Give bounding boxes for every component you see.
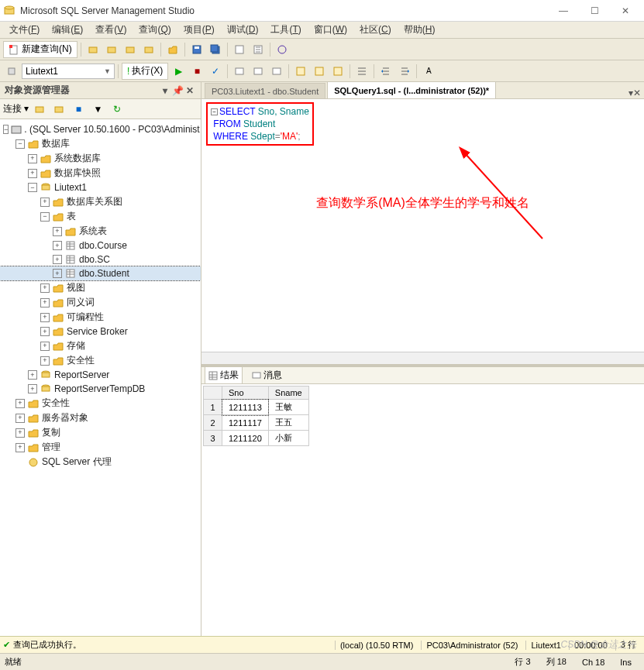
menu-window[interactable]: 窗口(W) <box>308 22 353 38</box>
tree-sys-tables[interactable]: +系统表 <box>0 224 201 239</box>
tree-tables[interactable]: −表 <box>0 209 201 224</box>
tab-close-icon[interactable]: ✕ <box>633 88 641 98</box>
toolbar2-btn-b[interactable] <box>250 63 267 80</box>
toolbar-btn-x1[interactable] <box>231 41 248 58</box>
col-header-sname[interactable]: Sname <box>268 387 308 400</box>
database-combo[interactable]: Liutext1 ▼ <box>22 64 115 79</box>
tree-management[interactable]: +管理 <box>0 440 201 455</box>
editor-whitespace[interactable] <box>201 211 644 365</box>
status-ch: Ch 18 <box>574 658 612 667</box>
toolbar-btn-x2[interactable] <box>250 41 267 58</box>
panel-dropdown-icon[interactable]: ▾ <box>159 84 171 97</box>
grid-row[interactable]: 1 1211113 王敏 <box>204 400 309 415</box>
toolbar2-btn-f[interactable] <box>329 63 346 80</box>
toolbar2-btn-1[interactable] <box>3 63 20 80</box>
status-db: Liutext1 <box>525 641 566 650</box>
activity-button[interactable] <box>274 41 291 58</box>
oe-btn-3[interactable]: ■ <box>70 101 87 118</box>
execute-button[interactable]: ! 执行(X) <box>122 63 168 80</box>
fold-icon[interactable]: − <box>211 108 218 115</box>
close-button[interactable]: ✕ <box>610 2 641 20</box>
svg-rect-26 <box>42 185 50 190</box>
grid-row[interactable]: 2 1211117 王五 <box>204 415 309 431</box>
menu-tools[interactable]: 工具(T) <box>264 22 307 38</box>
svg-rect-20 <box>315 67 323 75</box>
tree-dbo-course[interactable]: +dbo.Course <box>0 239 201 253</box>
save-button[interactable] <box>188 41 205 58</box>
svg-rect-29 <box>67 270 74 277</box>
save-all-button[interactable] <box>207 41 224 58</box>
new-query-button[interactable]: 新建查询(N) <box>3 41 77 58</box>
outdent-button[interactable] <box>377 63 394 80</box>
tree-dbo-student[interactable]: +dbo.Student <box>0 266 201 280</box>
tree-synonyms[interactable]: +同义词 <box>0 295 201 310</box>
menu-view[interactable]: 查看(V) <box>89 22 133 38</box>
minimize-button[interactable]: — <box>548 2 579 20</box>
connect-button[interactable]: 连接 ▾ <box>3 102 29 115</box>
tree-server-root[interactable]: −. (SQL Server 10.50.1600 - PC03\Adminis… <box>0 122 201 136</box>
tree-views[interactable]: +视图 <box>0 280 201 295</box>
sql-editor[interactable]: −SELECT Sno, Sname FROM Student WHERE Sd… <box>201 99 644 149</box>
tree-liutext1[interactable]: −Liutext1 <box>0 180 201 194</box>
oe-btn-1[interactable] <box>31 101 48 118</box>
maximize-button[interactable]: ☐ <box>579 2 610 20</box>
tree-security[interactable]: +安全性 <box>0 396 201 411</box>
indent-button[interactable] <box>396 63 413 80</box>
pin-icon[interactable]: 📌 <box>171 84 184 97</box>
toolbar2-btn-h[interactable]: A <box>420 63 437 80</box>
tree-server-objects[interactable]: +服务器对象 <box>0 411 201 425</box>
grid-row[interactable]: 3 1211120 小新 <box>204 431 309 446</box>
toolbar2-btn-g[interactable] <box>353 63 370 80</box>
object-tree[interactable]: −. (SQL Server 10.50.1600 - PC03\Adminis… <box>0 119 201 636</box>
horizontal-scrollbar[interactable] <box>201 352 644 364</box>
tree-databases[interactable]: −数据库 <box>0 136 201 151</box>
menu-bar: 文件(F) 编辑(E) 查看(V) 查询(Q) 项目(P) 调试(D) 工具(T… <box>0 22 644 39</box>
tree-db-diagrams[interactable]: +数据库关系图 <box>0 194 201 209</box>
menu-community[interactable]: 社区(C) <box>353 22 398 38</box>
open-button[interactable] <box>164 41 181 58</box>
oe-refresh-icon[interactable]: ↻ <box>108 101 126 118</box>
tree-programmability[interactable]: +可编程性 <box>0 310 201 325</box>
toolbar-btn-1[interactable] <box>84 41 102 58</box>
toolbar-btn-4[interactable] <box>140 41 157 58</box>
window-title: Microsoft SQL Server Management Studio <box>20 5 548 16</box>
tree-replication[interactable]: +复制 <box>0 425 201 440</box>
oe-btn-2[interactable] <box>50 101 67 118</box>
stop-button[interactable]: ■ <box>188 63 205 80</box>
toolbar2-btn-c[interactable] <box>268 63 285 80</box>
menu-query[interactable]: 查询(Q) <box>133 22 177 38</box>
oe-filter-icon[interactable]: ▼ <box>89 101 106 118</box>
panel-close-icon[interactable]: ✕ <box>184 84 196 97</box>
tree-sql-agent[interactable]: SQL Server 代理 <box>0 455 201 469</box>
tree-report-server-tmp[interactable]: +ReportServerTempDB <box>0 382 201 396</box>
debug-button[interactable]: ▶ <box>170 63 187 80</box>
tree-dbo-sc[interactable]: +dbo.SC <box>0 253 201 266</box>
toolbar-btn-3[interactable] <box>122 41 139 58</box>
tree-db-snapshots[interactable]: +数据库快照 <box>0 166 201 180</box>
tree-storage[interactable]: +存储 <box>0 338 201 353</box>
toolbar2-btn-e[interactable] <box>311 63 328 80</box>
parse-button[interactable]: ✓ <box>207 63 224 80</box>
object-explorer-title: 对象资源管理器 ▾ 📌 ✕ <box>0 82 201 99</box>
svg-rect-24 <box>12 126 21 133</box>
toolbar-btn-2[interactable] <box>103 41 120 58</box>
results-grid[interactable]: Sno Sname 1 1211113 王敏 2 1211117 王五 <box>201 384 644 636</box>
menu-project[interactable]: 项目(P) <box>177 22 221 38</box>
menu-edit[interactable]: 编辑(E) <box>46 22 89 38</box>
menu-file[interactable]: 文件(F) <box>3 22 46 38</box>
results-tab[interactable]: 结果 <box>205 366 243 384</box>
tree-service-broker[interactable]: +Service Broker <box>0 325 201 338</box>
tree-report-server[interactable]: +ReportServer <box>0 368 201 382</box>
menu-help[interactable]: 帮助(H) <box>398 22 442 38</box>
col-header-sno[interactable]: Sno <box>222 387 269 400</box>
tab-sqlquery1[interactable]: SQLQuery1.sql - (l...dministrator (52))* <box>327 81 496 98</box>
tree-sys-db[interactable]: +系统数据库 <box>0 151 201 166</box>
query-status-bar: ✔ 查询已成功执行。 (local) (10.50 RTM) PC03\Admi… <box>0 636 644 653</box>
svg-rect-3 <box>9 45 12 48</box>
messages-tab[interactable]: 消息 <box>249 367 285 383</box>
tab-student-table[interactable]: PC03.Liutext1 - dbo.Student <box>205 83 325 98</box>
menu-debug[interactable]: 调试(D) <box>221 22 265 38</box>
tree-security-db[interactable]: +安全性 <box>0 353 201 368</box>
toolbar2-btn-a[interactable] <box>231 63 248 80</box>
toolbar2-btn-d[interactable] <box>292 63 309 80</box>
